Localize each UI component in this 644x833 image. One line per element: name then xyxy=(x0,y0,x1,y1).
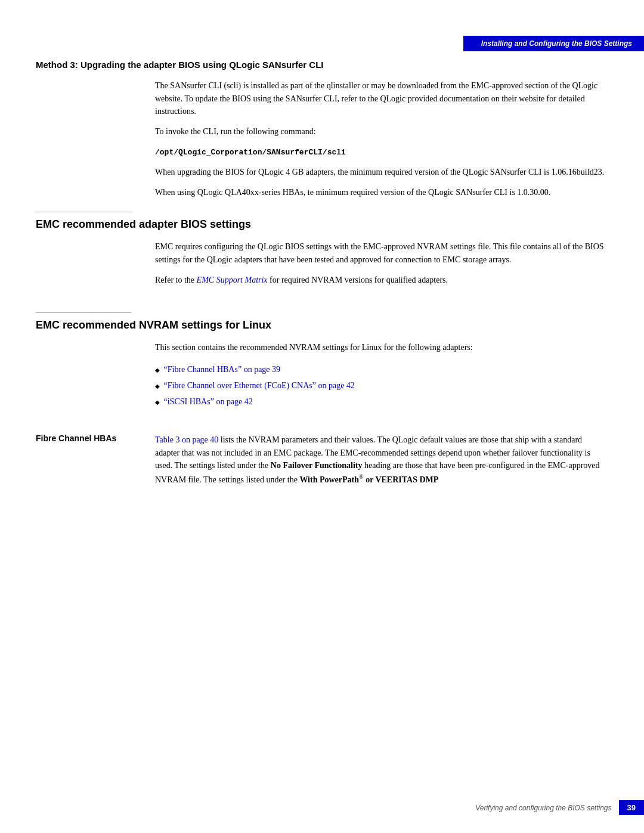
no-failover-bold: No Failover Functionality xyxy=(271,461,363,470)
iscsi-hbas-link[interactable]: “iSCSI HBAs” on page 42 xyxy=(164,397,253,406)
nvram-bullet-1: “Fibre Channel HBAs” on page 39 xyxy=(155,361,608,377)
with-powerpath-bold: With PowerPath xyxy=(299,475,359,484)
method3-body: The SANsurfer CLI (scli) is installed as… xyxy=(36,79,608,206)
method3-heading: Method 3: Upgrading the adapter BIOS usi… xyxy=(36,60,608,70)
fibre-channel-body: Fibre Channel HBAs Table 3 on page 40 li… xyxy=(36,433,608,493)
fibre-channel-para1: Table 3 on page 40 lists the NVRAM param… xyxy=(155,433,608,486)
fibre-channel-right-col: Table 3 on page 40 lists the NVRAM param… xyxy=(155,433,608,493)
method3-para4: When using QLogic QLA40xx-series HBAs, t… xyxy=(155,186,608,199)
emc-bios-left-col xyxy=(36,240,155,293)
emc-bios-heading: EMC recommended adapter BIOS settings xyxy=(36,218,608,231)
emc-bios-para2: Refer to the EMC Support Matrix for requ… xyxy=(155,274,608,287)
section-divider-bios xyxy=(36,212,131,212)
emc-bios-right-col: EMC requires configuring the QLogic BIOS… xyxy=(155,240,608,293)
emc-nvram-right-col: This section contains the recommended NV… xyxy=(155,341,608,414)
nvram-bullet-2: “Fibre Channel over Ethernet (FCoE) CNAs… xyxy=(155,377,608,394)
emc-support-matrix-link[interactable]: EMC Support Matrix xyxy=(197,275,268,284)
footer-page-number: 39 xyxy=(619,800,644,815)
fcoe-cnas-link[interactable]: “Fibre Channel over Ethernet (FCoE) CNAs… xyxy=(164,381,355,390)
emc-bios-para2-prefix: Refer to the xyxy=(155,275,197,284)
method3-para3: When upgrading the BIOS for QLogic 4 GB … xyxy=(155,166,608,179)
footer-text: Verifying and configuring the BIOS setti… xyxy=(475,804,611,812)
nvram-bullet-3: “iSCSI HBAs” on page 42 xyxy=(155,394,608,410)
emc-nvram-left-col xyxy=(36,341,155,414)
fibre-channel-section: Fibre Channel HBAs Table 3 on page 40 li… xyxy=(36,433,608,493)
nvram-bullet-list: “Fibre Channel HBAs” on page 39 “Fibre C… xyxy=(155,361,608,410)
page-container: Installing and Configuring the BIOS Sett… xyxy=(0,0,644,833)
fibre-channel-subheading: Fibre Channel HBAs xyxy=(36,433,155,443)
emc-nvram-body: This section contains the recommended NV… xyxy=(36,341,608,414)
method3-left-col xyxy=(36,79,155,206)
table3-link[interactable]: Table 3 on page 40 xyxy=(155,435,218,444)
registered-mark: ® xyxy=(359,473,364,480)
emc-bios-body: EMC requires configuring the QLogic BIOS… xyxy=(36,240,608,293)
emc-bios-para1: EMC requires configuring the QLogic BIOS… xyxy=(155,240,608,266)
method3-para2: To invoke the CLI, run the following com… xyxy=(155,125,608,138)
main-content: Method 3: Upgrading the adapter BIOS usi… xyxy=(36,0,608,493)
header-bar: Installing and Configuring the BIOS Sett… xyxy=(463,36,644,51)
method3-para1: The SANsurfer CLI (scli) is installed as… xyxy=(155,79,608,118)
emc-nvram-section: EMC recommended NVRAM settings for Linux… xyxy=(36,312,608,414)
fibre-channel-left-col: Fibre Channel HBAs xyxy=(36,433,155,493)
emc-nvram-para1: This section contains the recommended NV… xyxy=(155,341,608,354)
header-label: Installing and Configuring the BIOS Sett… xyxy=(481,39,632,48)
method3-command: /opt/QLogic_Corporation/SANsurferCLI/scl… xyxy=(155,148,346,157)
emc-bios-section: EMC recommended adapter BIOS settings EM… xyxy=(36,212,608,293)
emc-nvram-heading: EMC recommended NVRAM settings for Linux xyxy=(36,319,608,332)
footer: Verifying and configuring the BIOS setti… xyxy=(0,800,644,815)
method3-right-col: The SANsurfer CLI (scli) is installed as… xyxy=(155,79,608,206)
fibre-channel-hbas-link[interactable]: “Fibre Channel HBAs” on page 39 xyxy=(164,365,281,374)
section-divider-nvram xyxy=(36,312,131,313)
emc-bios-para2-suffix: for required NVRAM versions for qualifie… xyxy=(268,275,448,284)
veeritas-dmp-bold: or VEERITAS DMP xyxy=(364,475,439,484)
